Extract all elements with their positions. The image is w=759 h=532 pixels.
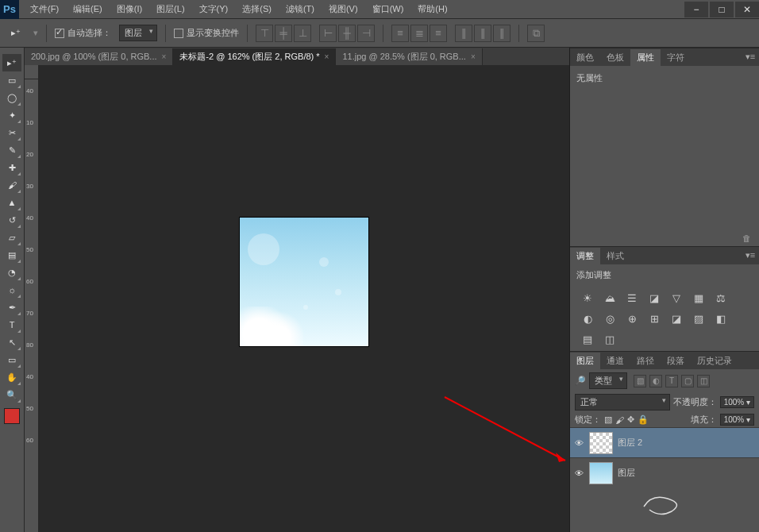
3d-mode-icon[interactable]: ⧉	[527, 25, 545, 42]
close-button[interactable]: ✕	[735, 2, 759, 17]
balance-icon[interactable]: ⚖	[713, 291, 729, 305]
dist-left-icon[interactable]: ‖	[455, 25, 472, 42]
history-brush-tool[interactable]: ↺	[2, 211, 21, 229]
fill-value[interactable]: 100% ▾	[720, 414, 754, 426]
filter-shape-icon[interactable]: ▢	[681, 375, 694, 387]
lock-move-icon[interactable]: ✥	[627, 414, 634, 425]
zoom-tool[interactable]: 🔍	[2, 386, 21, 403]
mixer-icon[interactable]: ⊕	[624, 311, 640, 326]
bw-icon[interactable]: ◐	[580, 311, 595, 326]
lock-transparent-icon[interactable]: ▧	[604, 414, 612, 425]
document-tab[interactable]: 200.jpg @ 100% (图层 0, RGB...×	[25, 48, 173, 65]
ruler-vertical[interactable]: 401020304050607080405060	[25, 79, 39, 532]
filter-type-icon[interactable]: T	[665, 375, 678, 387]
tab-character[interactable]: 字符	[661, 49, 691, 66]
filter-kind-dropdown[interactable]: 类型	[589, 372, 627, 389]
layer-item[interactable]: 👁 图层	[570, 457, 759, 488]
ruler-origin[interactable]	[25, 65, 39, 79]
shape-tool[interactable]: ▭	[2, 351, 21, 368]
dodge-tool[interactable]: ☼	[2, 281, 21, 299]
menu-help[interactable]: 帮助(H)	[411, 1, 453, 17]
menu-file[interactable]: 文件(F)	[24, 1, 65, 17]
tab-properties[interactable]: 属性	[630, 49, 661, 66]
stamp-tool[interactable]: ▲	[2, 194, 21, 211]
layer-name[interactable]: 图层 2	[618, 437, 642, 449]
close-icon[interactable]: ×	[471, 52, 476, 61]
tab-layers[interactable]: 图层	[570, 353, 600, 369]
align-left-icon[interactable]: ⊢	[319, 25, 337, 42]
align-hcenter-icon[interactable]: ╫	[338, 25, 356, 42]
layer-thumbnail[interactable]	[589, 462, 613, 484]
document-tab[interactable]: 11.jpg @ 28.5% (图层 0, RGB...×	[336, 48, 482, 65]
close-icon[interactable]: ×	[162, 52, 167, 61]
foreground-color-swatch[interactable]	[4, 408, 20, 424]
tab-paragraph[interactable]: 段落	[661, 353, 691, 369]
brightness-icon[interactable]: ☀	[580, 291, 595, 305]
align-right-icon[interactable]: ⊣	[357, 25, 375, 42]
minimize-button[interactable]: −	[684, 2, 708, 17]
dist-top-icon[interactable]: ≡	[391, 25, 409, 42]
align-bottom-icon[interactable]: ⊥	[294, 25, 311, 42]
layer-thumbnail[interactable]	[589, 432, 613, 454]
lock-paint-icon[interactable]: 🖌	[615, 415, 624, 425]
brush-tool[interactable]: 🖌	[2, 176, 21, 194]
tab-swatches[interactable]: 色板	[600, 49, 630, 66]
wand-tool[interactable]: ✦	[2, 106, 21, 124]
trash-icon[interactable]: 🗑	[742, 233, 751, 243]
panel-menu-icon[interactable]: ▾≡	[745, 52, 756, 62]
posterize-icon[interactable]: ▨	[691, 311, 707, 326]
auto-select-checkbox[interactable]: 自动选择：	[55, 27, 111, 39]
layer-name[interactable]: 图层	[618, 467, 635, 479]
dist-right-icon[interactable]: ‖	[493, 25, 510, 42]
threshold-icon[interactable]: ◧	[713, 311, 729, 326]
tab-color[interactable]: 颜色	[570, 49, 600, 66]
canvas-viewport[interactable]	[39, 79, 569, 532]
menu-filter[interactable]: 滤镜(T)	[279, 1, 321, 17]
dist-vcenter-icon[interactable]: ≣	[410, 25, 428, 42]
invert-icon[interactable]: ◪	[668, 311, 684, 326]
lasso-tool[interactable]: ◯	[2, 89, 21, 106]
show-transform-checkbox[interactable]: 显示变换控件	[174, 27, 239, 39]
lock-all-icon[interactable]: 🔒	[638, 414, 649, 425]
visibility-icon[interactable]: 👁	[573, 438, 584, 448]
levels-icon[interactable]: ⛰	[602, 291, 618, 305]
crop-tool[interactable]: ✂	[2, 124, 21, 141]
vibrance-icon[interactable]: ▽	[668, 291, 684, 305]
menu-view[interactable]: 视图(V)	[322, 1, 364, 17]
close-icon[interactable]: ×	[325, 52, 329, 61]
dist-bottom-icon[interactable]: ≡	[430, 25, 447, 42]
tab-channels[interactable]: 通道	[600, 353, 630, 369]
tab-styles[interactable]: 样式	[600, 248, 630, 264]
filter-pixel-icon[interactable]: ▧	[634, 375, 646, 387]
selective-icon[interactable]: ◫	[602, 332, 618, 346]
lookup-icon[interactable]: ⊞	[646, 311, 662, 326]
filter-adjust-icon[interactable]: ◐	[649, 375, 662, 387]
curves-icon[interactable]: ☰	[624, 291, 640, 305]
exposure-icon[interactable]: ◪	[646, 291, 662, 305]
menu-edit[interactable]: 编辑(E)	[67, 1, 109, 17]
move-tool[interactable]: ▸⁺	[2, 54, 21, 71]
eraser-tool[interactable]: ▱	[2, 229, 21, 246]
menu-window[interactable]: 窗口(W)	[366, 1, 410, 17]
canvas[interactable]	[240, 218, 368, 346]
opacity-value[interactable]: 100% ▾	[720, 396, 754, 408]
tab-paths[interactable]: 路径	[630, 353, 661, 369]
heal-tool[interactable]: ✚	[2, 159, 21, 176]
blend-mode-dropdown[interactable]: 正常	[575, 394, 670, 411]
marquee-tool[interactable]: ▭	[2, 71, 21, 89]
filter-smart-icon[interactable]: ◫	[697, 375, 710, 387]
visibility-icon[interactable]: 👁	[573, 468, 584, 478]
blur-tool[interactable]: ◔	[2, 264, 21, 281]
photo-filter-icon[interactable]: ◎	[602, 311, 618, 326]
tab-history[interactable]: 历史记录	[691, 353, 738, 369]
gradient-tool[interactable]: ▤	[2, 246, 21, 264]
layer-item[interactable]: 👁 图层 2	[570, 427, 759, 457]
auto-select-target-dropdown[interactable]: 图层	[119, 25, 157, 41]
document-tab[interactable]: 未标题-2 @ 162% (图层 2, RGB/8) *×	[173, 48, 336, 65]
menu-select[interactable]: 选择(S)	[236, 1, 278, 17]
hand-tool[interactable]: ✋	[2, 368, 21, 386]
maximize-button[interactable]: □	[710, 2, 734, 17]
menu-type[interactable]: 文字(Y)	[193, 1, 235, 17]
menu-image[interactable]: 图像(I)	[110, 1, 148, 17]
menu-layer[interactable]: 图层(L)	[150, 1, 191, 17]
